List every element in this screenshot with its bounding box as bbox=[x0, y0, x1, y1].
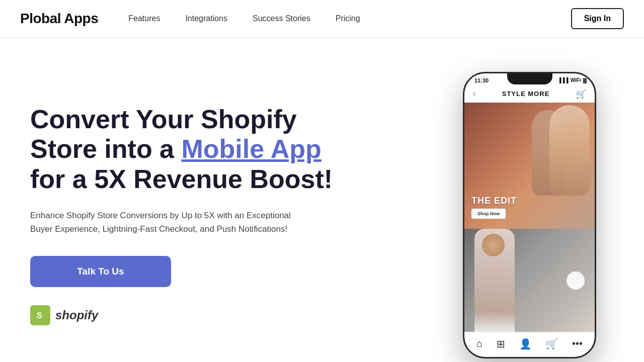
wifi-icon: WiFi bbox=[571, 77, 581, 83]
hero-heading-part2: Store into a bbox=[30, 134, 181, 163]
shopify-label: shopify bbox=[55, 308, 98, 322]
phone-screen: 11:30 ▐▐▐ WiFi ▓ ≡ STYLE MORE 🛒 bbox=[464, 73, 595, 357]
hero-heading: Convert Your Shopify Store into a Mobile… bbox=[30, 105, 333, 195]
phone-app-title: STYLE MORE bbox=[502, 90, 550, 98]
signal-icon: ▐▐▐ bbox=[557, 77, 568, 83]
menu-icon: ≡ bbox=[472, 90, 476, 98]
nav-features[interactable]: Features bbox=[128, 14, 160, 23]
home-nav-icon[interactable]: ⌂ bbox=[476, 338, 482, 349]
logo[interactable]: Plobal Apps bbox=[20, 11, 98, 27]
edit-label: THE EDIT bbox=[471, 196, 517, 206]
grid-nav-icon[interactable]: ⊞ bbox=[497, 338, 505, 350]
svg-text:S: S bbox=[37, 311, 42, 320]
navbar: Plobal Apps Features Integrations Succes… bbox=[0, 0, 644, 38]
shop-now-button[interactable]: Shop Now bbox=[471, 209, 506, 219]
phone-mockup: 11:30 ▐▐▐ WiFi ▓ ≡ STYLE MORE 🛒 bbox=[463, 72, 604, 358]
hero-heading-highlight: Mobile App bbox=[181, 134, 321, 163]
hero-heading-part1: Convert Your Shopify bbox=[30, 105, 297, 134]
nav-success-stories[interactable]: Success Stories bbox=[253, 14, 310, 23]
hero-subtext: Enhance Shopify Store Conversions by Up … bbox=[30, 209, 292, 236]
cart-nav-icon[interactable]: 🛒 bbox=[545, 338, 558, 350]
fashion-bottom-image bbox=[464, 229, 595, 332]
profile-nav-icon[interactable]: 👤 bbox=[519, 338, 532, 350]
phone-bottom-nav: ⌂ ⊞ 👤 🛒 ••• bbox=[464, 332, 595, 357]
hero-heading-part3: for a 5X Revenue Boost! bbox=[30, 164, 333, 194]
fashion-hero-image: THE EDIT Shop Now bbox=[464, 103, 595, 229]
sign-in-button[interactable]: Sign In bbox=[571, 8, 624, 29]
more-nav-icon[interactable]: ••• bbox=[572, 338, 583, 349]
nav-links: Features Integrations Success Stories Pr… bbox=[128, 14, 360, 23]
bottom-model-head bbox=[482, 234, 505, 256]
nav-left: Plobal Apps Features Integrations Succes… bbox=[20, 11, 360, 27]
phone-content: THE EDIT Shop Now bbox=[464, 103, 595, 332]
phone-status-bar: 11:30 ▐▐▐ WiFi ▓ bbox=[464, 73, 595, 85]
cta-button[interactable]: Talk To Us bbox=[30, 256, 171, 287]
phone-time: 11:30 bbox=[472, 77, 489, 83]
hero-left: Convert Your Shopify Store into a Mobile… bbox=[30, 105, 333, 326]
play-button[interactable] bbox=[567, 272, 585, 290]
cart-icon[interactable]: 🛒 bbox=[576, 88, 587, 100]
phone-notch bbox=[507, 73, 552, 84]
status-icons: ▐▐▐ WiFi ▓ bbox=[557, 77, 587, 83]
nav-integrations[interactable]: Integrations bbox=[185, 14, 227, 23]
shopify-badge: S shopify bbox=[30, 305, 333, 325]
shopify-icon: S bbox=[30, 305, 50, 325]
model-silhouette-right bbox=[549, 105, 590, 196]
nav-pricing[interactable]: Pricing bbox=[336, 14, 360, 23]
main-content: Convert Your Shopify Store into a Mobile… bbox=[0, 38, 644, 362]
phone-frame: 11:30 ▐▐▐ WiFi ▓ ≡ STYLE MORE 🛒 bbox=[463, 72, 596, 358]
battery-icon: ▓ bbox=[583, 77, 587, 83]
phone-app-bar: ≡ STYLE MORE 🛒 bbox=[464, 85, 595, 103]
